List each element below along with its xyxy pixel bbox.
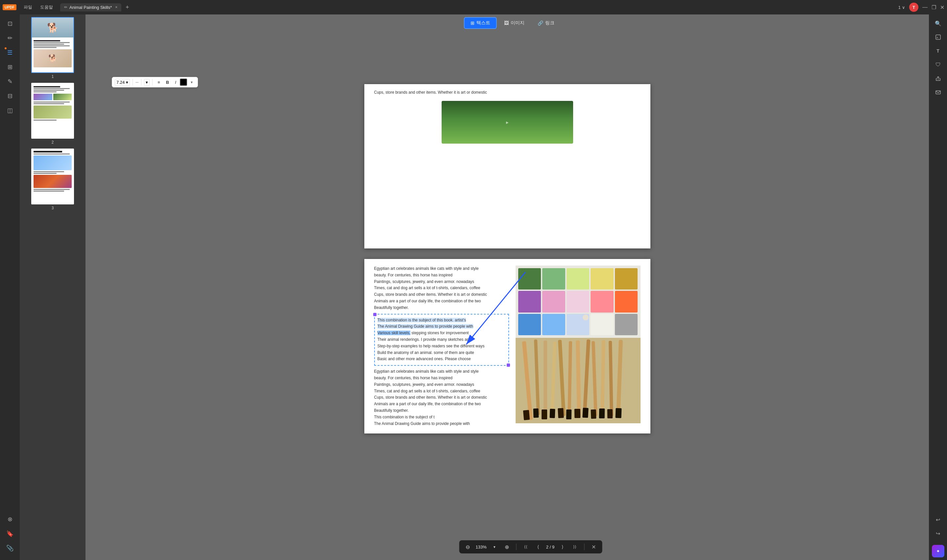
- link-tool-icon: 🔗: [537, 20, 543, 26]
- svg-rect-25: [607, 409, 612, 418]
- toolbar-dash: –: [136, 79, 139, 85]
- svg-rect-26: [615, 408, 622, 418]
- thumbnail-page-1[interactable]: 🐕 🐕 1: [22, 17, 83, 79]
- nav-last-btn[interactable]: ⟩⟩: [570, 542, 579, 551]
- link-tool-btn[interactable]: 🔗 링크: [532, 18, 560, 28]
- svg-rect-16: [533, 409, 539, 418]
- app-logo: UPDF: [3, 4, 17, 10]
- font-size-select[interactable]: 7.24 ▾: [115, 79, 130, 86]
- svg-rect-21: [574, 409, 580, 418]
- left-sidebar: ⊡ ✏ ☰ ⊞ ✎ ⊟ ◫ ⊗ 🔖 📎: [0, 14, 20, 560]
- text-tool-btn[interactable]: ⊞ 텍스트: [464, 17, 497, 29]
- sidebar-protect-btn[interactable]: 🛡: [932, 58, 944, 71]
- svg-rect-24: [599, 409, 605, 418]
- maximize-btn[interactable]: ❐: [932, 4, 936, 11]
- zoom-out-btn[interactable]: ⊖: [463, 542, 473, 551]
- resize-handle-br[interactable]: [507, 363, 510, 367]
- toolbar-divider-3: [152, 79, 152, 85]
- sidebar-item-attachment[interactable]: 📎: [3, 542, 17, 555]
- sidebar-item-highlight[interactable]: ✏: [3, 32, 17, 45]
- thumb-frame-3: [31, 149, 74, 205]
- sidebar-item-view[interactable]: ⊞: [3, 60, 17, 74]
- sidebar-export-btn[interactable]: A: [932, 31, 944, 43]
- font-size-arrow: ▾: [126, 80, 128, 85]
- close-btn[interactable]: ✕: [940, 4, 944, 11]
- bottom-navigation-bar: ⊖ 133% ▼ ⊕ ⟨⟨ ⟨ 2 / 9 ⟩ ⟩⟩ ✕: [459, 540, 602, 554]
- tab-close-btn[interactable]: ×: [115, 5, 117, 9]
- zoom-value: 133%: [476, 545, 487, 549]
- nav-next-btn[interactable]: ⟩: [558, 542, 567, 551]
- bottom-close-btn[interactable]: ✕: [589, 542, 598, 551]
- active-indicator-dot: [5, 47, 6, 49]
- tab-edit-icon: ✏: [64, 5, 68, 9]
- color-arrow-btn[interactable]: ▼: [188, 79, 195, 85]
- thumb-label-1: 1: [52, 74, 54, 79]
- brushes-image: [516, 338, 641, 423]
- sidebar-item-organize[interactable]: ⊟: [3, 89, 17, 103]
- pdf-image-column: [516, 266, 641, 427]
- thumb-frame-1: 🐕 🐕: [31, 17, 74, 73]
- tab-title: Animal Painting Skills*: [69, 5, 112, 10]
- sidebar-bottom: ⊗ 🔖 📎: [3, 513, 17, 557]
- sidebar-search-btn[interactable]: 🔍: [932, 17, 944, 29]
- bottom-divider-1: [516, 543, 517, 550]
- text-tool-label: 텍스트: [476, 20, 490, 26]
- thumb-label-3: 3: [52, 206, 54, 210]
- svg-rect-5: [544, 340, 547, 418]
- sidebar-email-btn[interactable]: [932, 86, 944, 98]
- right-sidebar: 🔍 A T 🛡 ↩ ↪ ✦: [929, 14, 947, 560]
- bold-btn[interactable]: B: [164, 79, 171, 86]
- text-block-1: Egyptian art celebrates animals like cat…: [374, 266, 509, 311]
- email-icon: [935, 89, 941, 95]
- zoom-dropdown-btn[interactable]: ▼: [490, 542, 499, 551]
- image-tool-btn[interactable]: 🖼 이미지: [498, 18, 530, 28]
- image-tool-icon: 🖼: [504, 20, 509, 26]
- text-tool-icon: ⊞: [471, 20, 474, 26]
- export-icon: A: [935, 34, 941, 40]
- page-nav[interactable]: 1 ∨: [898, 5, 905, 10]
- nav-first-btn[interactable]: ⟨⟨: [521, 542, 530, 551]
- svg-rect-18: [550, 409, 555, 418]
- sidebar-item-document[interactable]: ⊡: [3, 17, 17, 30]
- nav-prev-btn[interactable]: ⟨: [534, 542, 543, 551]
- toolbar-divider-1: [132, 79, 133, 85]
- zoom-in-btn[interactable]: ⊕: [502, 542, 512, 551]
- minimize-btn[interactable]: —: [922, 4, 928, 11]
- text-format-toolbar: 7.24 ▾ – ▾ ≡ B I ▼: [112, 77, 198, 88]
- pdf-page-2: Egyptian art celebrates animals like cat…: [364, 259, 650, 434]
- page-current: 2 / 9: [546, 545, 554, 549]
- text-box-selected[interactable]: This combination is the subject of this …: [374, 314, 509, 366]
- share-icon: [935, 75, 941, 82]
- sidebar-item-stamp[interactable]: ◫: [3, 104, 17, 117]
- sidebar-item-edit[interactable]: ☰: [3, 46, 17, 59]
- page1-text: Cups, store brands and other items. Whet…: [374, 89, 641, 95]
- svg-rect-19: [558, 408, 564, 418]
- menu-file[interactable]: 파일: [20, 3, 35, 11]
- sidebar-item-layers[interactable]: ⊗: [3, 513, 17, 526]
- thumbnail-page-3[interactable]: 3: [22, 149, 83, 210]
- pdf-page-1-bottom: Cups, store brands and other items. Whet…: [364, 84, 650, 248]
- italic-btn[interactable]: I: [172, 79, 179, 86]
- user-avatar[interactable]: T: [909, 3, 918, 12]
- sidebar-redo-btn[interactable]: ↪: [932, 527, 944, 540]
- thumbnail-page-2[interactable]: 2: [22, 83, 83, 145]
- sidebar-ocr-btn[interactable]: T: [932, 45, 944, 57]
- svg-rect-23: [591, 409, 596, 419]
- svg-rect-20: [566, 409, 571, 419]
- sidebar-undo-btn[interactable]: ↩: [932, 513, 944, 526]
- updf-bottom-icon[interactable]: ✦: [932, 545, 944, 557]
- sidebar-item-comment[interactable]: ✎: [3, 75, 17, 88]
- sidebar-share-btn[interactable]: [932, 72, 944, 85]
- active-tab[interactable]: ✏ Animal Painting Skills* ×: [60, 3, 121, 11]
- sidebar-item-bookmark[interactable]: 🔖: [3, 527, 17, 540]
- svg-rect-17: [542, 409, 547, 419]
- pdf-page-body: Egyptian art celebrates animals like cat…: [364, 259, 650, 434]
- resize-handle-tl[interactable]: [373, 313, 377, 316]
- align-btn[interactable]: ≡: [155, 79, 162, 86]
- add-tab-btn[interactable]: +: [123, 3, 132, 12]
- pdf-text-column[interactable]: Egyptian art celebrates animals like cat…: [374, 266, 509, 427]
- font-style-select[interactable]: ▾: [144, 79, 149, 86]
- content-area[interactable]: 7.24 ▾ – ▾ ≡ B I ▼ Cups, store brands an…: [86, 14, 929, 560]
- color-swatch[interactable]: [180, 78, 187, 86]
- menu-help[interactable]: 도움말: [37, 3, 56, 11]
